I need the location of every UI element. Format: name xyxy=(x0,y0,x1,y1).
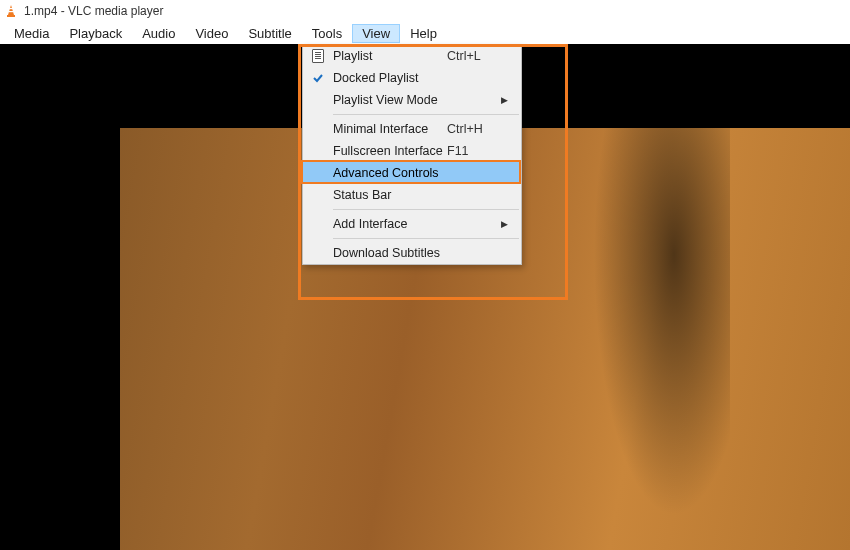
menu-bar: Media Playback Audio Video Subtitle Tool… xyxy=(0,22,850,44)
menuitem-accel: Ctrl+L xyxy=(447,49,501,63)
check-icon xyxy=(303,73,333,83)
menu-separator xyxy=(333,114,519,115)
menuitem-docked-playlist[interactable]: Docked Playlist xyxy=(303,67,521,89)
menuitem-playlist[interactable]: Playlist Ctrl+L xyxy=(303,45,521,67)
menuitem-label: Status Bar xyxy=(333,188,447,202)
menuitem-accel: F11 xyxy=(447,144,501,158)
menu-tools[interactable]: Tools xyxy=(302,24,352,43)
menuitem-accel: Ctrl+H xyxy=(447,122,501,136)
vlc-cone-icon xyxy=(4,4,18,18)
menuitem-status-bar[interactable]: Status Bar xyxy=(303,184,521,206)
menuitem-label: Add Interface xyxy=(333,217,447,231)
menu-subtitle[interactable]: Subtitle xyxy=(238,24,301,43)
menuitem-fullscreen-interface[interactable]: Fullscreen Interface F11 xyxy=(303,140,521,162)
menu-separator xyxy=(333,209,519,210)
menu-video[interactable]: Video xyxy=(185,24,238,43)
menuitem-label: Docked Playlist xyxy=(333,71,447,85)
svg-rect-3 xyxy=(9,11,14,12)
menu-separator xyxy=(333,238,519,239)
menu-help[interactable]: Help xyxy=(400,24,447,43)
menu-media[interactable]: Media xyxy=(4,24,59,43)
menuitem-label: Playlist View Mode xyxy=(333,93,447,107)
playlist-icon xyxy=(303,49,333,63)
menuitem-add-interface[interactable]: Add Interface ▶ xyxy=(303,213,521,235)
menu-view[interactable]: View xyxy=(352,24,400,43)
menuitem-label: Playlist xyxy=(333,49,447,63)
video-shadow xyxy=(590,128,730,550)
window-title: 1.mp4 - VLC media player xyxy=(24,4,163,18)
svg-marker-0 xyxy=(8,5,14,15)
menu-playback[interactable]: Playback xyxy=(59,24,132,43)
svg-rect-1 xyxy=(7,15,15,17)
menuitem-label: Fullscreen Interface xyxy=(333,144,447,158)
menuitem-advanced-controls[interactable]: Advanced Controls xyxy=(303,162,521,184)
menuitem-label: Minimal Interface xyxy=(333,122,447,136)
menuitem-minimal-interface[interactable]: Minimal Interface Ctrl+H xyxy=(303,118,521,140)
menuitem-label: Download Subtitles xyxy=(333,246,447,260)
menuitem-download-subtitles[interactable]: Download Subtitles xyxy=(303,242,521,264)
menuitem-playlist-view-mode[interactable]: Playlist View Mode ▶ xyxy=(303,89,521,111)
svg-rect-2 xyxy=(9,8,13,9)
submenu-arrow-icon: ▶ xyxy=(501,95,513,105)
menu-audio[interactable]: Audio xyxy=(132,24,185,43)
title-bar: 1.mp4 - VLC media player xyxy=(0,0,850,22)
submenu-arrow-icon: ▶ xyxy=(501,219,513,229)
menuitem-label: Advanced Controls xyxy=(333,166,447,180)
view-dropdown: Playlist Ctrl+L Docked Playlist Playlist… xyxy=(302,44,522,265)
